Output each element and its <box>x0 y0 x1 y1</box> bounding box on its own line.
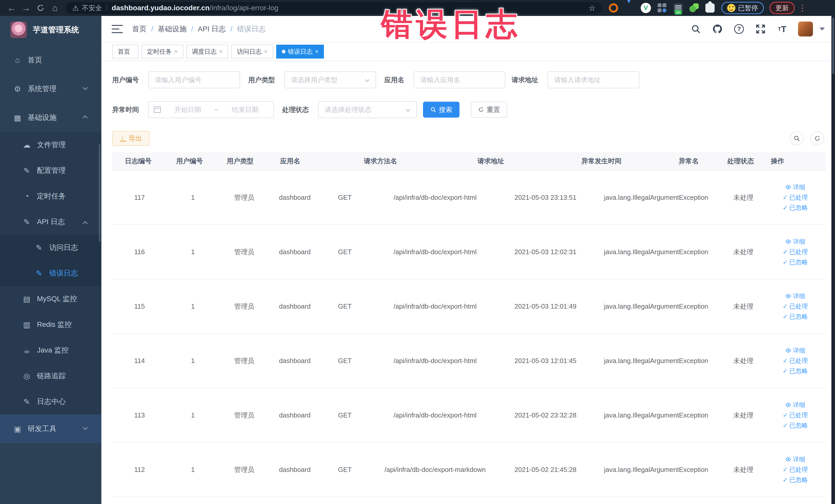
window-scrollbar[interactable] <box>831 16 835 504</box>
cell-process-status: 未处理 <box>722 247 765 257</box>
sidebar-item[interactable]: ▥ Redis 监控 <box>0 312 101 337</box>
cell-user-id: 1 <box>167 194 219 202</box>
detail-link[interactable]: 详细 <box>785 183 805 191</box>
detail-link[interactable]: 详细 <box>785 455 805 463</box>
filter-row-2: 异常时间 开始日期 ~ 结束日期 处理状态 请选择处理状态 搜索 <box>112 101 824 118</box>
sidebar-item-icon: ▤ <box>21 295 32 303</box>
extension-sprout-icon[interactable] <box>690 3 699 13</box>
toggle-search-button[interactable] <box>790 132 804 145</box>
mark-processed-link[interactable]: ✓ 已处理 <box>782 357 808 365</box>
page-tab[interactable]: 错误日志 × <box>276 45 324 59</box>
mark-processed-link[interactable]: ✓ 已处理 <box>782 248 808 256</box>
page-tab[interactable]: 定时任务 × <box>141 45 183 59</box>
font-size-icon[interactable]: TT <box>776 23 788 35</box>
browser-forward-button[interactable]: → <box>19 2 33 14</box>
browser-back-button[interactable]: ← <box>5 2 19 14</box>
extension-v-icon[interactable]: V <box>641 3 651 13</box>
page-header: 首页 / 基础设施 / API 日志 / 错误日志 ? <box>101 16 835 43</box>
date-range-picker[interactable]: 开始日期 ~ 结束日期 <box>148 101 274 118</box>
page-tab[interactable]: 调度日志 × <box>186 45 228 59</box>
user-type-select[interactable]: 请选择用户类型 <box>284 72 376 88</box>
sidebar-item-label: 配置管理 <box>37 166 66 175</box>
fullscreen-icon[interactable] <box>755 23 766 35</box>
detail-link-label: 详细 <box>793 183 805 191</box>
tab-close-icon[interactable]: × <box>315 48 319 55</box>
tab-close-icon[interactable]: × <box>264 48 267 55</box>
help-icon[interactable]: ? <box>733 23 745 35</box>
detail-link-label: 详细 <box>793 401 805 409</box>
detail-link[interactable]: 详细 <box>785 238 805 246</box>
mark-ignored-link[interactable]: ✓ 已忽略 <box>782 258 808 266</box>
sidebar-item[interactable]: ▦ 基础设施 <box>0 103 101 132</box>
sidebar-item[interactable]: ◎ 链路追踪 <box>0 363 101 389</box>
sidebar-item[interactable]: ⌂ 首页 <box>0 46 101 75</box>
eye-icon <box>785 184 791 190</box>
tab-close-icon[interactable]: × <box>174 48 178 55</box>
calendar-icon <box>154 106 161 113</box>
extension-orange-icon[interactable] <box>609 3 618 13</box>
sidebar-item[interactable]: ▤ MySQL 监控 <box>0 286 101 312</box>
reset-button[interactable]: 重置 <box>471 102 507 118</box>
cell-process-status: 未处理 <box>722 465 765 474</box>
user-avatar[interactable] <box>798 22 813 37</box>
export-button-label: 导出 <box>128 134 142 143</box>
breadcrumb-item[interactable]: 基础设施 <box>158 24 187 34</box>
browser-reload-button[interactable] <box>33 2 48 14</box>
sidebar-item[interactable]: ✎ API 日志 <box>0 209 101 235</box>
request-url-input[interactable] <box>554 76 633 84</box>
breadcrumb-item[interactable]: API 日志 <box>198 24 226 34</box>
user-id-input[interactable] <box>155 76 233 84</box>
profile-paused-pill[interactable]: 已暂停 <box>721 2 764 14</box>
breadcrumb-item[interactable]: 首页 <box>132 24 147 34</box>
sidebar-item[interactable]: ✎ 错误日志 <box>0 260 101 286</box>
user-menu-caret-icon[interactable] <box>820 27 825 31</box>
sidebar-item-label: 首页 <box>28 55 42 65</box>
sidebar-toggle-icon[interactable] <box>111 24 123 34</box>
scrollbar-thumb[interactable] <box>832 18 834 74</box>
detail-link[interactable]: 详细 <box>785 346 805 355</box>
app-name-input[interactable] <box>420 76 499 84</box>
export-button[interactable]: 导出 <box>112 131 150 146</box>
browser-update-button[interactable]: 更新 <box>770 2 795 14</box>
sidebar-item[interactable]: ▣ 研发工具 <box>0 415 101 443</box>
search-icon[interactable] <box>690 23 701 35</box>
bookmark-star-icon[interactable]: ☆ <box>589 4 595 13</box>
extension-blocker-icon[interactable]: on <box>674 3 683 13</box>
mark-processed-link[interactable]: ✓ 已处理 <box>782 193 808 202</box>
browser-menu-icon[interactable]: ⋮ <box>798 3 807 13</box>
mark-processed-link[interactable]: ✓ 已处理 <box>782 411 808 419</box>
search-button[interactable]: 搜索 <box>423 102 460 118</box>
sidebar-item[interactable]: ✎ 日志中心 <box>0 389 101 415</box>
sidebar-item[interactable]: ✎ 配置管理 <box>0 158 101 183</box>
detail-link[interactable]: 详细 <box>785 401 805 409</box>
app-logo[interactable]: 芋道管理系统 <box>0 16 101 44</box>
page-tab[interactable]: 访问日志 × <box>231 45 273 59</box>
extension-shield-icon[interactable] <box>625 3 634 13</box>
mark-ignored-link[interactable]: ✓ 已忽略 <box>782 476 808 484</box>
mark-ignored-link[interactable]: ✓ 已忽略 <box>782 313 808 321</box>
browser-home-button[interactable]: ⌂ <box>48 2 62 14</box>
sidebar-item[interactable]: ◔ 定时任务 <box>0 183 101 209</box>
sidebar-item-label: 基础设施 <box>28 113 57 122</box>
tab-close-icon[interactable]: × <box>219 48 223 55</box>
mark-ignored-link[interactable]: ✓ 已忽略 <box>782 367 808 375</box>
sidebar-item[interactable]: ☁ 文件管理 <box>0 132 101 158</box>
mark-ignored-link[interactable]: ✓ 已忽略 <box>782 204 808 212</box>
sidebar-item[interactable]: ☕ Java 监控 <box>0 337 101 363</box>
detail-link[interactable]: 详细 <box>785 292 805 300</box>
page-tab[interactable]: 首页 <box>112 45 138 59</box>
mark-processed-link[interactable]: ✓ 已处理 <box>782 465 808 474</box>
address-bar[interactable]: ⚠ 不安全 dashboard.yudao.iocoder.cn /infra/… <box>66 2 602 14</box>
sidebar-scrollbar[interactable] <box>99 144 100 242</box>
refresh-table-button[interactable] <box>810 132 824 145</box>
sidebar-item[interactable]: ✎ 访问日志 <box>0 235 101 260</box>
cell-exception-name: java.lang.IllegalArgumentException <box>590 411 722 419</box>
extensions-puzzle-icon[interactable] <box>705 3 715 13</box>
extension-grid-icon[interactable] <box>658 3 667 13</box>
process-status-select[interactable]: 请选择处理状态 <box>318 101 417 118</box>
sidebar-item[interactable]: ⚙ 系统管理 <box>0 75 101 103</box>
github-icon[interactable] <box>712 23 723 35</box>
mark-ignored-link[interactable]: ✓ 已忽略 <box>782 421 808 429</box>
mark-processed-link[interactable]: ✓ 已处理 <box>782 302 808 310</box>
cell-method: GET <box>320 411 370 419</box>
